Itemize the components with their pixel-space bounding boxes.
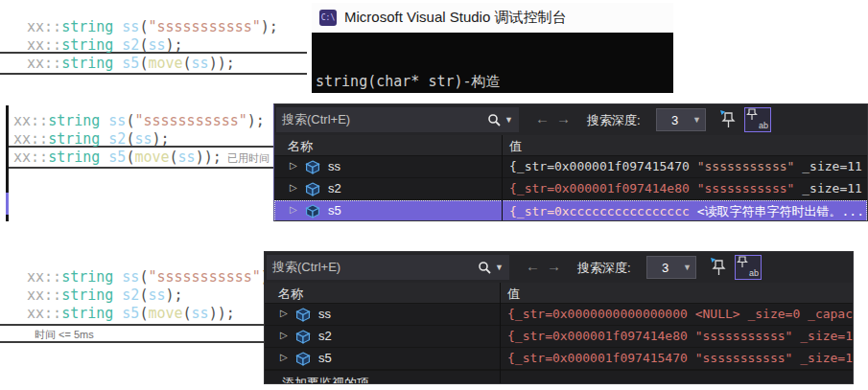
code-line: xx::string s5(move(ss)); bbox=[27, 55, 278, 73]
code-line: xx::string s2(ss); bbox=[27, 287, 278, 305]
search-depth-label: 搜索深度: bbox=[587, 112, 641, 129]
pin-ab-toggle-icon[interactable]: ab bbox=[744, 107, 771, 132]
console-titlebar[interactable]: C:\ Microsoft Visual Studio 调试控制台 bbox=[312, 3, 673, 33]
search-depth-value: 3 bbox=[647, 261, 683, 275]
watch-row-s5[interactable]: ▷s5{_str=0x000001f097415470 "sssssssssss… bbox=[265, 348, 853, 370]
class-type-icon bbox=[305, 160, 320, 178]
watch-rows: ▷ss{_str=0x0000000000000000 <NULL> _size… bbox=[265, 304, 853, 384]
expand-arrow-icon[interactable]: ▷ bbox=[280, 308, 288, 318]
search-input[interactable]: 搜索(Ctrl+E) ▼ bbox=[267, 255, 509, 280]
code-line: xx::string ss("sssssssssss"); bbox=[27, 268, 278, 287]
class-type-icon bbox=[305, 204, 320, 221]
window-edge-accent bbox=[6, 193, 9, 215]
expand-arrow-icon[interactable]: ▷ bbox=[280, 330, 288, 340]
code-line: xx::string ss("sssssssssss"); bbox=[13, 112, 265, 130]
pin-icon[interactable] bbox=[708, 257, 727, 278]
search-depth-dropdown[interactable]: 3 ▼ bbox=[646, 256, 696, 279]
class-type-icon bbox=[295, 352, 311, 370]
search-icon bbox=[478, 261, 491, 274]
column-header-value[interactable]: 值 bbox=[507, 286, 520, 303]
perf-tip: 时间 <= 5ms bbox=[35, 328, 94, 342]
watch-toolbar: 搜索(Ctrl+E) ▼ ← → 搜索深度: 3 ▼ ab bbox=[265, 252, 853, 283]
expand-arrow-icon[interactable]: ▷ bbox=[290, 182, 297, 193]
back-arrow-button[interactable]: ← bbox=[535, 110, 550, 126]
variable-name: s2 bbox=[328, 181, 341, 195]
watch-rows: ▷ss{_str=0x000001f097415470 "sssssssssss… bbox=[274, 156, 867, 221]
watch-panel-1: 搜索(Ctrl+E) ▼ ← → 搜索深度: 3 ▼ ab 名称 值 ▷ss bbox=[273, 103, 868, 221]
column-header-name[interactable]: 名称 bbox=[288, 138, 313, 155]
debug-console-window: C:\ Microsoft Visual Studio 调试控制台 string… bbox=[312, 3, 673, 93]
ab-label: ab bbox=[759, 121, 768, 130]
variable-value: {_str=0x000001f097415470 "sssssssssss" _… bbox=[509, 159, 867, 173]
code-block-top: xx::string ss("sssssssssss");xx::string … bbox=[27, 18, 278, 73]
pin-ab-toggle-icon[interactable]: ab bbox=[735, 255, 762, 280]
search-icon bbox=[487, 113, 501, 126]
search-depth-value: 3 bbox=[657, 113, 692, 127]
chevron-down-icon: ▼ bbox=[692, 115, 705, 125]
watch-row-ss[interactable]: ▷ss{_str=0x000001f097415470 "sssssssssss… bbox=[274, 156, 867, 178]
pin-icon[interactable] bbox=[717, 109, 737, 130]
search-depth-label: 搜索深度: bbox=[577, 260, 631, 277]
watch-row-ss[interactable]: ▷ss{_str=0x0000000000000000 <NULL> _size… bbox=[265, 304, 853, 326]
search-placeholder: 搜索(Ctrl+E) bbox=[282, 111, 487, 128]
divider-line bbox=[0, 341, 268, 343]
code-line: xx::string s2(ss); bbox=[27, 36, 278, 55]
variable-name: ss bbox=[318, 307, 331, 321]
class-type-icon bbox=[305, 182, 320, 200]
column-header-name[interactable]: 名称 bbox=[278, 286, 303, 303]
watch-panel-2: 搜索(Ctrl+E) ▼ ← → 搜索深度: 3 ▼ ab 名称 值 ▷ss bbox=[264, 251, 854, 384]
ab-label: ab bbox=[749, 268, 759, 278]
variable-value: {_str=0xcccccccccccccccc <读取字符串字符时出错。... bbox=[509, 203, 867, 220]
column-divider[interactable] bbox=[502, 135, 503, 220]
back-arrow-button[interactable]: ← bbox=[526, 258, 540, 274]
watch-column-headers: 名称 值 bbox=[274, 135, 867, 156]
variable-name: s2 bbox=[318, 329, 332, 343]
chevron-down-icon[interactable]: ▼ bbox=[504, 115, 513, 125]
code-line: xx::string ss("sssssssssss"); bbox=[27, 18, 278, 36]
console-icon: C:\ bbox=[319, 10, 337, 26]
search-placeholder: 搜索(Ctrl+E) bbox=[272, 259, 478, 276]
variable-name: ss bbox=[328, 159, 340, 173]
console-title: Microsoft Visual Studio 调试控制台 bbox=[344, 9, 566, 27]
class-type-icon bbox=[295, 330, 311, 348]
class-type-icon bbox=[295, 308, 311, 326]
console-output: string(char* str)-构造 string(const string… bbox=[312, 33, 673, 93]
expand-arrow-icon[interactable]: ▷ bbox=[290, 204, 297, 215]
watch-toolbar: 搜索(Ctrl+E) ▼ ← → 搜索深度: 3 ▼ ab bbox=[274, 104, 867, 135]
watch-row-s5[interactable]: ▷s5{_str=0xcccccccccccccccc <读取字符串字符时出错。… bbox=[274, 200, 867, 221]
variable-name: s5 bbox=[318, 351, 332, 365]
add-watch-item-row[interactable]: 添加要监视的项 bbox=[265, 370, 853, 384]
search-depth-dropdown[interactable]: 3 ▼ bbox=[656, 108, 706, 131]
variable-value: {_str=0x000001f097415470 "sssssssssss" _… bbox=[507, 351, 853, 365]
code-line: xx::string s5(move(ss)); bbox=[27, 305, 278, 323]
variable-value: {_str=0x000001f097414e80 "sssssssssss" _… bbox=[507, 329, 853, 343]
watch-row-s2[interactable]: ▷s2{_str=0x000001f097414e80 "sssssssssss… bbox=[265, 326, 853, 348]
column-divider[interactable] bbox=[500, 283, 501, 383]
code-block-bottom: xx::string ss("sssssssssss");xx::string … bbox=[27, 268, 278, 323]
watch-row-s2[interactable]: ▷s2{_str=0x000001f097414e80 "sssssssssss… bbox=[274, 178, 867, 200]
chevron-down-icon: ▼ bbox=[683, 263, 695, 272]
watch-column-headers: 名称 值 bbox=[265, 283, 853, 304]
variable-value: {_str=0x0000000000000000 <NULL> _size=0 … bbox=[507, 307, 853, 321]
column-header-value[interactable]: 值 bbox=[509, 138, 522, 155]
screenshot-canvas: xx::string ss("sssssssssss");xx::string … bbox=[0, 0, 868, 390]
search-input[interactable]: 搜索(Ctrl+E) ▼ bbox=[276, 107, 519, 132]
expand-arrow-icon[interactable]: ▷ bbox=[290, 160, 297, 171]
perf-tip: 已用时间 bbox=[227, 151, 270, 166]
expand-arrow-icon[interactable]: ▷ bbox=[280, 352, 288, 362]
console-line: string(char* str)-构造 bbox=[316, 72, 669, 91]
forward-arrow-button[interactable]: → bbox=[547, 258, 561, 274]
chevron-down-icon[interactable]: ▼ bbox=[495, 263, 504, 272]
variable-value: {_str=0x000001f097414e80 "sssssssssss" _… bbox=[509, 181, 867, 195]
variable-name: s5 bbox=[328, 203, 341, 218]
forward-arrow-button[interactable]: → bbox=[556, 110, 571, 126]
code-line: xx::string s2(ss); bbox=[13, 130, 265, 149]
divider-line bbox=[0, 324, 268, 326]
